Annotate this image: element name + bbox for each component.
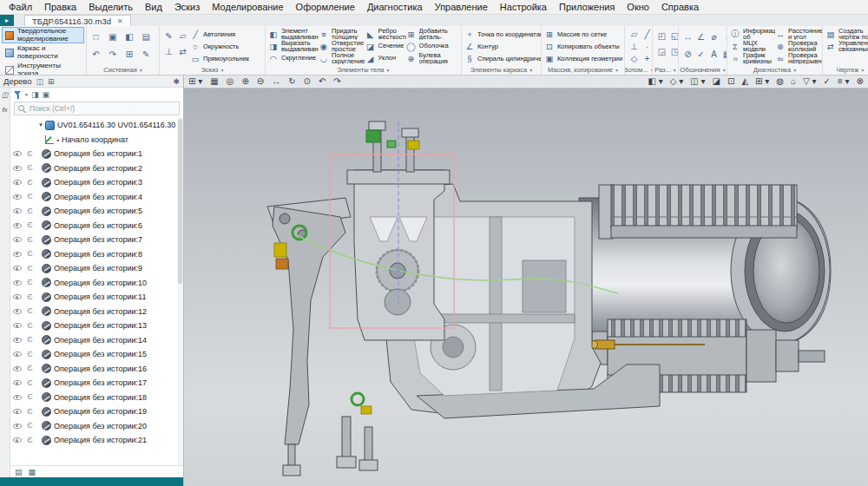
mode-wireframe-surfaces[interactable]: Каркас и поверхности <box>2 44 84 61</box>
copy-objects-button[interactable]: ⊡ Копировать объекты <box>544 40 622 52</box>
filter-objects-tool[interactable]: ▽ ▾ <box>803 76 817 88</box>
menu-item[interactable]: Окно <box>621 0 655 14</box>
visibility-eye-icon[interactable] <box>13 366 22 371</box>
curvature-graph-button[interactable]: ≈ График кривизны <box>730 52 775 64</box>
linked-documents-button[interactable]: ⇄ Управление связанными <box>825 40 868 52</box>
display-mode-tool[interactable]: ◧ ▾ <box>648 76 663 88</box>
document-tab[interactable]: ТБДР.654116.30.m3d ✕ <box>24 15 131 26</box>
visibility-eye-icon[interactable] <box>13 223 22 228</box>
split-icon[interactable]: ◱ <box>668 30 678 42</box>
tree-operation-row[interactable]: Є Операция без истории:4 <box>10 190 183 205</box>
tree-operation-row[interactable]: Є Операция без истории:10 <box>10 276 183 291</box>
tree-view-history-icon[interactable]: ▦ <box>29 468 36 476</box>
tree-search-box[interactable] <box>14 102 180 115</box>
visibility-eye-icon[interactable] <box>13 395 22 400</box>
shell-button[interactable]: ◯ Оболочка <box>406 40 458 52</box>
diameter-dimension-icon[interactable]: ⌀ <box>707 30 720 43</box>
visibility-eye-icon[interactable] <box>13 309 22 314</box>
aux-axis-icon[interactable]: ╱ <box>641 28 652 40</box>
exclude-icon[interactable]: Є <box>27 265 32 273</box>
tree-operation-row[interactable]: Є Операция без истории:18 <box>10 391 183 405</box>
visibility-eye-icon[interactable] <box>13 266 22 271</box>
mode-solid-modeling[interactable]: Твердотельное моделирование <box>2 27 84 43</box>
rib-button[interactable]: ◣ Ребро жесткости <box>365 28 406 40</box>
group-label-partition[interactable]: Раз...▾ <box>653 64 678 75</box>
group-label-system[interactable]: Системная▾ <box>87 64 159 75</box>
menu-item[interactable]: Моделирование <box>206 0 289 14</box>
tree-operation-row[interactable]: Є Операция без истории:14 <box>10 333 183 348</box>
object-info-button[interactable]: ⓘ Информация об объекте <box>730 28 775 40</box>
boolean-button[interactable]: ⊕ Булева операция <box>406 52 458 64</box>
visibility-eye-icon[interactable] <box>13 237 22 242</box>
tree-operation-row[interactable]: Є Операция без истории:2 <box>10 161 183 176</box>
visibility-eye-icon[interactable] <box>13 338 22 343</box>
draft-button[interactable]: ◢ Уклон <box>365 52 406 64</box>
menu-item[interactable]: Приложения <box>553 0 621 14</box>
merge-icon[interactable]: ◲ <box>655 45 668 57</box>
zoom-fit-tool[interactable]: ◎ <box>227 76 234 88</box>
tree-operation-row[interactable]: Є Операция без истории:13 <box>10 319 183 333</box>
pan-tool[interactable]: ↔ <box>272 76 280 88</box>
visibility-eye-icon[interactable] <box>13 252 22 257</box>
next-view-tool[interactable]: ↷ <box>333 76 340 88</box>
menu-item[interactable]: Выделить <box>82 0 139 14</box>
cad-model[interactable] <box>184 76 868 486</box>
tree-operation-row[interactable]: Є Операция без истории:5 <box>10 204 183 219</box>
exclude-icon[interactable]: Є <box>27 279 32 286</box>
tree-settings-gear-icon[interactable]: ✱ <box>173 77 180 86</box>
group-label-frame[interactable]: Элементы каркаса▾ <box>462 64 541 75</box>
filter-funnel-icon[interactable] <box>14 90 22 99</box>
aux-point-icon[interactable]: ∙ <box>641 40 652 52</box>
tree-operation-row[interactable]: Є Операция без истории:3 <box>10 175 183 190</box>
tree-operation-row[interactable]: Є Операция без истории:19 <box>10 404 183 419</box>
roughness-icon[interactable]: ✓ <box>694 48 707 60</box>
grid-array-button[interactable]: ⊞ Массив по сетке <box>544 28 622 40</box>
fillet-button[interactable]: ◠ Скругление <box>268 52 319 64</box>
exclude-icon[interactable]: Є <box>27 437 32 444</box>
tree-operation-row[interactable]: Є Операция без истории:21 <box>10 433 183 448</box>
filter-layers-icon[interactable]: ▣ <box>43 90 50 99</box>
visibility-eye-icon[interactable] <box>13 409 22 414</box>
hide-objects-tool[interactable]: ⊗ <box>857 76 864 88</box>
zoom-area-tool[interactable]: ⊙ <box>304 76 311 88</box>
exclude-icon[interactable]: Є <box>27 336 32 344</box>
point-by-coords-button[interactable]: + Точка по координатам <box>464 28 541 40</box>
visibility-eye-icon[interactable] <box>13 166 22 171</box>
rotate-tool[interactable]: ↻ <box>288 76 295 88</box>
zoom-in-tool[interactable]: ⊕ <box>241 76 248 88</box>
sketch-plane-icon[interactable]: ▱ <box>176 30 189 42</box>
convert-icon[interactable]: ⇄ <box>176 45 189 57</box>
exclude-icon[interactable]: Є <box>27 236 32 244</box>
search-input[interactable] <box>30 104 175 113</box>
group-label-drawing[interactable]: Чертеж▾ <box>823 64 868 75</box>
geometry-collection-button[interactable]: ▣ Коллекция геометрии <box>544 52 622 64</box>
menu-item[interactable]: Файл <box>3 0 38 14</box>
viewport-3d[interactable]: ⊞ ▾▦◎⊕⊖↔↻⊙↶↷ ◧ ▾◇ ▾◫ ▾◪⊡◭⊞ ▾◍⌂▽ ▾✓≡ ▾⊗ <box>184 76 868 486</box>
tree-operation-row[interactable]: Є Операция без истории:6 <box>10 219 183 233</box>
model-bracket[interactable] <box>267 198 351 476</box>
tree-root-row[interactable]: ▼ UV01.654116.30 UV01.654116.30 (Тел-64.… <box>10 118 183 133</box>
tree-operation-row[interactable]: Є Операция без истории:12 <box>10 305 183 319</box>
exclude-icon[interactable]: Є <box>27 293 32 301</box>
exclude-icon[interactable]: Є <box>27 207 32 215</box>
exclude-icon[interactable]: Є <box>27 393 32 401</box>
tree-operation-row[interactable]: Є Операция без истории:11 <box>10 290 183 305</box>
mirror-array-icon[interactable]: ◫ <box>622 28 624 40</box>
visibility-eye-icon[interactable] <box>13 194 22 200</box>
create-drawing-button[interactable]: ▤ Создать чертеж по модели <box>825 28 868 40</box>
extrude-button[interactable]: ◧ Элемент выдавливания <box>268 28 319 40</box>
undo-icon[interactable]: ↶ <box>89 48 102 60</box>
exclude-icon[interactable]: Є <box>27 179 32 187</box>
panels-tool[interactable]: ⊞ ▾ <box>188 76 202 88</box>
section-button[interactable]: ◪ Сечение <box>365 40 406 52</box>
table-icon[interactable]: ▦ <box>720 48 727 60</box>
tolerance-icon[interactable]: ⊘ <box>681 48 694 60</box>
zones-icon[interactable]: ◳ <box>668 45 678 57</box>
exclude-icon[interactable]: Є <box>27 422 32 430</box>
tree-operation-row[interactable]: Є Операция без истории:15 <box>10 347 183 362</box>
tree-expand-icon[interactable]: ⊞ <box>48 77 55 86</box>
model-bottom-bolts[interactable] <box>337 417 378 470</box>
rectangle-button[interactable]: ▭ Прямоугольник <box>190 52 249 64</box>
menu-item[interactable]: Эскиз <box>168 0 206 14</box>
exclude-icon[interactable]: Є <box>27 150 32 158</box>
